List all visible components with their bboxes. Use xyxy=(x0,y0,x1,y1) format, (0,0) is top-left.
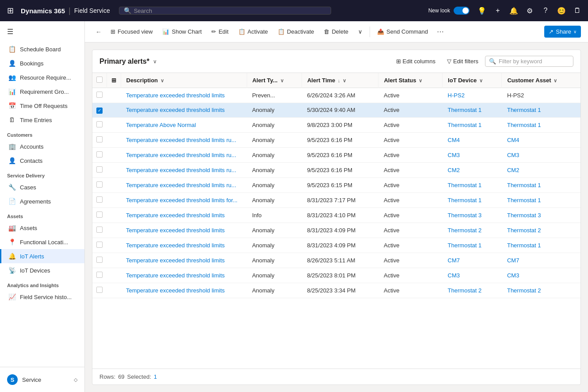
row-customer-asset[interactable]: CM2 xyxy=(502,162,580,177)
row-description[interactable]: Temperature exceeded threshold limits xyxy=(121,103,247,118)
row-checkbox[interactable] xyxy=(96,181,103,188)
iot-device-link[interactable]: CM3 xyxy=(448,152,460,158)
header-customer-asset[interactable]: Customer Asset ∨ xyxy=(502,73,580,88)
row-checkbox[interactable] xyxy=(96,272,103,278)
iot-device-link[interactable]: Thermostat 2 xyxy=(448,287,482,294)
row-checkbox-cell[interactable] xyxy=(92,223,107,238)
row-checkbox-cell[interactable] xyxy=(92,177,107,192)
row-checkbox[interactable] xyxy=(96,166,103,173)
row-description[interactable]: Temperature exceeded threshold limits xyxy=(121,88,247,103)
deactivate-button[interactable]: 📋 Deactivate xyxy=(273,26,318,38)
iot-device-link[interactable]: Thermostat 2 xyxy=(448,227,482,234)
description-link[interactable]: Temperature exceeded threshold limits xyxy=(126,242,225,249)
description-link[interactable]: Temperature exceeded threshold limits xyxy=(126,227,225,234)
sidebar-hamburger[interactable]: ☰ xyxy=(0,21,84,42)
customer-asset-link[interactable]: CM2 xyxy=(507,167,519,173)
row-customer-asset[interactable]: CM7 xyxy=(502,253,580,268)
row-customer-asset[interactable]: CM3 xyxy=(502,268,580,283)
row-checkbox[interactable] xyxy=(96,257,103,263)
row-description[interactable]: Temperature exceeded threshold limits xyxy=(121,253,247,268)
edit-button[interactable]: ✏ Edit xyxy=(207,26,233,38)
sidebar-item-iot-alerts[interactable]: 🔔 IoT Alerts xyxy=(0,249,84,263)
row-description[interactable]: Temperature exceeded threshold limits ru… xyxy=(121,147,247,162)
customer-asset-link[interactable]: Thermostat 1 xyxy=(507,197,541,204)
table-wrapper[interactable]: ⊞ Description ∨ Alert Ty... ∨ xyxy=(92,73,580,369)
row-checkbox[interactable]: ✓ xyxy=(96,108,103,114)
customer-asset-link[interactable]: Thermostat 1 xyxy=(507,242,541,249)
row-checkbox[interactable] xyxy=(96,287,103,293)
apps-icon[interactable]: 🗒 xyxy=(570,4,584,18)
delete-button[interactable]: 🗑 Delete xyxy=(319,26,353,38)
row-customer-asset[interactable]: Thermostat 1 xyxy=(502,177,580,192)
header-description[interactable]: Description ∨ xyxy=(121,73,247,88)
sidebar-item-field-service-histo[interactable]: 📈 Field Service histo... xyxy=(0,290,84,304)
row-checkbox[interactable] xyxy=(96,92,103,98)
row-description[interactable]: Temperature exceeded threshold limits xyxy=(121,268,247,283)
grid-title-chevron[interactable]: ∨ xyxy=(153,58,157,65)
row-customer-asset[interactable]: Thermostat 3 xyxy=(502,208,580,223)
row-checkbox[interactable] xyxy=(96,242,103,248)
description-link[interactable]: Temperature exceeded threshold limits xyxy=(126,287,225,294)
header-alert-time[interactable]: Alert Time ↓ ∨ xyxy=(302,73,378,88)
row-description[interactable]: Temperature exceeded threshold limits fo… xyxy=(121,192,247,208)
description-link[interactable]: Temperature Above Normal xyxy=(126,122,196,128)
sidebar-item-requirement-gro[interactable]: 📊 Requirement Gro... xyxy=(0,85,84,99)
sidebar-item-time-off-requests[interactable]: 📅 Time Off Requests xyxy=(0,99,84,113)
row-checkbox[interactable] xyxy=(96,211,103,218)
row-iot-device[interactable]: Thermostat 2 xyxy=(443,223,502,238)
new-look-toggle[interactable] xyxy=(454,7,470,15)
description-link[interactable]: Temperature exceeded threshold limits ru… xyxy=(126,137,236,143)
search-input[interactable] xyxy=(134,8,326,14)
settings-icon[interactable]: ⚙ xyxy=(523,4,537,18)
iot-device-link[interactable]: Thermostat 1 xyxy=(448,197,482,204)
row-description[interactable]: Temperature exceeded threshold limits ru… xyxy=(121,132,247,147)
profile-icon[interactable]: 😊 xyxy=(554,4,569,18)
row-checkbox-cell[interactable] xyxy=(92,238,107,253)
row-customer-asset[interactable]: Thermostat 1 xyxy=(502,192,580,208)
header-alert-status[interactable]: Alert Status ∨ xyxy=(378,73,443,88)
select-all-checkbox[interactable] xyxy=(96,77,103,83)
row-iot-device[interactable]: Thermostat 3 xyxy=(443,208,502,223)
description-link[interactable]: Temperature exceeded threshold limits xyxy=(126,92,225,99)
row-description[interactable]: Temperature exceeded threshold limits xyxy=(121,208,247,223)
more-options-button[interactable]: ⋯ xyxy=(433,25,447,38)
row-iot-device[interactable]: CM3 xyxy=(443,147,502,162)
iot-device-link[interactable]: H-PS2 xyxy=(448,92,465,99)
help-icon[interactable]: ? xyxy=(538,4,553,18)
row-checkbox-cell[interactable] xyxy=(92,253,107,268)
row-checkbox[interactable] xyxy=(96,227,103,233)
row-iot-device[interactable]: Thermostat 1 xyxy=(443,103,502,118)
row-customer-asset[interactable]: Thermostat 1 xyxy=(502,103,580,118)
header-iot-device[interactable]: IoT Device ∨ xyxy=(443,73,502,88)
header-select-all[interactable] xyxy=(92,73,107,88)
row-customer-asset[interactable]: CM4 xyxy=(502,132,580,147)
row-checkbox-cell[interactable] xyxy=(92,132,107,147)
row-description[interactable]: Temperature exceeded threshold limits xyxy=(121,283,247,298)
customer-asset-link[interactable]: Thermostat 1 xyxy=(507,182,541,188)
edit-columns-button[interactable]: ⊞ Edit columns xyxy=(391,55,440,67)
customer-asset-link[interactable]: CM3 xyxy=(507,152,519,158)
row-iot-device[interactable]: CM2 xyxy=(443,162,502,177)
row-iot-device[interactable]: H-PS2 xyxy=(443,88,502,103)
row-description[interactable]: Temperature exceeded threshold limits ru… xyxy=(121,177,247,192)
description-link[interactable]: Temperature exceeded threshold limits ru… xyxy=(126,167,236,173)
customer-asset-link[interactable]: Thermostat 2 xyxy=(507,227,541,234)
row-customer-asset[interactable]: Thermostat 1 xyxy=(502,117,580,132)
row-description[interactable]: Temperature exceeded threshold limits xyxy=(121,238,247,253)
sidebar-item-contacts[interactable]: 👤 Contacts xyxy=(0,154,84,168)
sidebar-item-iot-devices[interactable]: 📡 IoT Devices xyxy=(0,263,84,277)
sidebar-item-cases[interactable]: 🔧 Cases xyxy=(0,180,84,194)
sidebar-bottom-service[interactable]: S Service ◇ xyxy=(0,371,84,388)
show-chart-button[interactable]: 📊 Show Chart xyxy=(158,26,206,38)
row-iot-device[interactable]: Thermostat 1 xyxy=(443,238,502,253)
sidebar-item-agreements[interactable]: 📄 Agreements xyxy=(0,194,84,208)
share-button[interactable]: ↗ Share ∨ xyxy=(544,26,581,38)
row-iot-device[interactable]: Thermostat 2 xyxy=(443,283,502,298)
description-link[interactable]: Temperature exceeded threshold limits xyxy=(126,107,225,113)
row-checkbox-cell[interactable] xyxy=(92,117,107,132)
iot-device-link[interactable]: CM2 xyxy=(448,167,460,173)
row-iot-device[interactable]: CM3 xyxy=(443,268,502,283)
sidebar-item-accounts[interactable]: 🏢 Accounts xyxy=(0,139,84,154)
header-alert-type[interactable]: Alert Ty... ∨ xyxy=(247,73,302,88)
row-description[interactable]: Temperature Above Normal xyxy=(121,117,247,132)
